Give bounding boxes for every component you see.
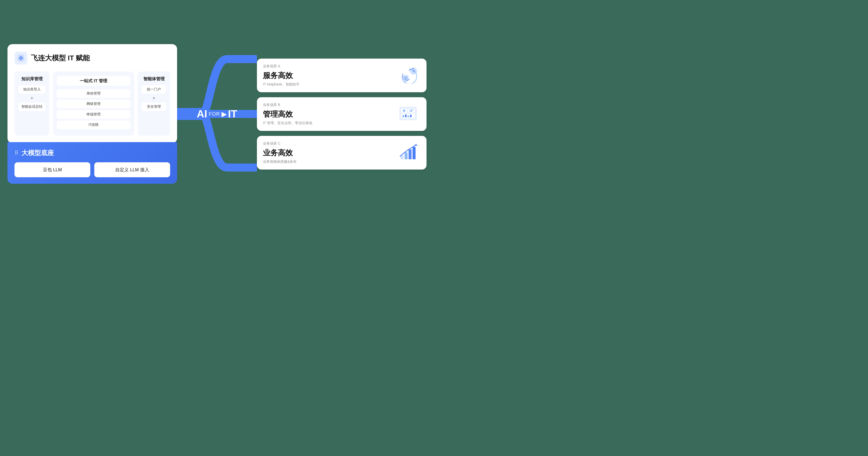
it-item-3: IT排障	[57, 121, 130, 129]
scenario-a-label: 业务场景 A	[263, 64, 300, 69]
svg-point-16	[403, 109, 405, 112]
smart-box: 智能体管理 统一门户 + 安全管理	[138, 71, 170, 136]
svg-point-19	[412, 109, 413, 110]
main-container: 飞连大模型 IT 赋能 知识库管理 知识库导入 + 智能会话总结 一站式 IT …	[7, 27, 427, 201]
scenario-c-label: 业务场景 C	[263, 141, 297, 146]
smart-title: 智能体管理	[142, 76, 166, 82]
top-card-header: 飞连大模型 IT 赋能	[14, 52, 170, 65]
knowledge-title: 知识库管理	[19, 76, 45, 82]
ai-text-ai: AI	[197, 108, 207, 120]
svg-point-20	[409, 111, 410, 112]
svg-rect-12	[403, 115, 404, 117]
llm-box-1: 豆包 LLM	[14, 162, 90, 177]
top-card-body: 知识库管理 知识库导入 + 智能会话总结 一站式 IT 管理 身份管理 网络管理…	[14, 71, 170, 136]
scenario-b-label: 业务场景 B	[263, 103, 312, 107]
svg-point-17	[409, 109, 410, 110]
knowledge-plus: +	[19, 96, 45, 101]
ai-text-for: FOR	[209, 111, 220, 117]
svg-rect-5	[404, 76, 408, 80]
scenario-b-desc: IT 管理、安全运营、零信任落地	[263, 121, 312, 125]
scenario-c-icon	[398, 143, 421, 162]
smart-item-0: 统一门户	[142, 85, 166, 94]
svg-rect-14	[408, 116, 409, 117]
bottom-card-header: ⠿ 大模型底座	[14, 149, 170, 157]
it-item-1: 网络管理	[57, 100, 130, 108]
knowledge-item-1: 知识库导入	[19, 85, 45, 94]
bottom-card-items: 豆包 LLM 自定义 LLM 接入	[14, 162, 170, 177]
scenario-b-title: 管理高效	[263, 109, 312, 120]
svg-rect-13	[405, 115, 407, 117]
smart-item-1: 安全管理	[142, 102, 166, 111]
svg-rect-24	[408, 149, 411, 159]
svg-point-6	[404, 77, 405, 78]
it-mgmt-header: 一站式 IT 管理	[57, 76, 130, 86]
connector-area: AI FOR ▶ IT	[177, 27, 257, 201]
scenario-c-title: 业务高效	[263, 148, 297, 158]
llm-box-2: 自定义 LLM 接入	[94, 162, 170, 177]
scenario-card-c: 业务场景 C 业务高效 业务智能体搭建&发布	[257, 136, 427, 169]
scenario-card-a: 业务场景 A 服务高效 IT HelpDesk、智能助手 IT	[257, 59, 427, 92]
scenario-b-text: 业务场景 B 管理高效 IT 管理、安全运营、零信任落地	[263, 103, 312, 125]
bottom-card: ⠿ 大模型底座 豆包 LLM 自定义 LLM 接入	[7, 142, 177, 184]
knowledge-box: 知识库管理 知识库导入 + 智能会话总结	[14, 71, 50, 136]
svg-point-21	[411, 111, 412, 112]
scenario-c-desc: 业务智能体搭建&发布	[263, 160, 297, 164]
scenario-a-text: 业务场景 A 服务高效 IT HelpDesk、智能助手	[263, 64, 300, 87]
right-panel: 业务场景 A 服务高效 IT HelpDesk、智能助手 IT	[257, 59, 427, 169]
grid-icon: ⠿	[14, 150, 19, 156]
smart-plus: +	[142, 96, 166, 101]
scenario-b-icon	[398, 105, 421, 123]
scenario-a-title: 服务高效	[263, 71, 300, 81]
svg-rect-23	[405, 152, 408, 159]
ai-text-it: IT	[228, 108, 237, 120]
it-item-0: 身份管理	[57, 89, 130, 98]
scenario-card-b: 业务场景 B 管理高效 IT 管理、安全运营、零信任落地	[257, 97, 427, 131]
left-panel: 飞连大模型 IT 赋能 知识库管理 知识库导入 + 智能会话总结 一站式 IT …	[7, 44, 177, 184]
svg-rect-15	[410, 115, 411, 117]
svg-point-18	[411, 109, 412, 110]
ai-arrow-icon: ▶	[221, 110, 227, 118]
svg-point-1	[20, 57, 22, 59]
top-card-title: 飞连大模型 IT 赋能	[31, 53, 90, 63]
it-mgmt-box: 一站式 IT 管理 身份管理 网络管理 终端管理 IT排障	[53, 71, 134, 136]
ai-label: AI FOR ▶ IT	[197, 108, 238, 120]
svg-point-7	[406, 77, 407, 78]
scenario-c-text: 业务场景 C 业务高效 业务智能体搭建&发布	[263, 141, 297, 164]
bottom-card-title: 大模型底座	[22, 149, 54, 157]
logo-icon	[14, 52, 27, 65]
top-card: 飞连大模型 IT 赋能 知识库管理 知识库导入 + 智能会话总结 一站式 IT …	[7, 44, 177, 143]
scenario-a-desc: IT HelpDesk、智能助手	[263, 82, 300, 87]
svg-rect-25	[412, 147, 415, 159]
scenario-a-icon: IT	[398, 66, 421, 85]
it-item-2: 终端管理	[57, 110, 130, 119]
knowledge-item-2: 智能会话总结	[19, 102, 45, 111]
